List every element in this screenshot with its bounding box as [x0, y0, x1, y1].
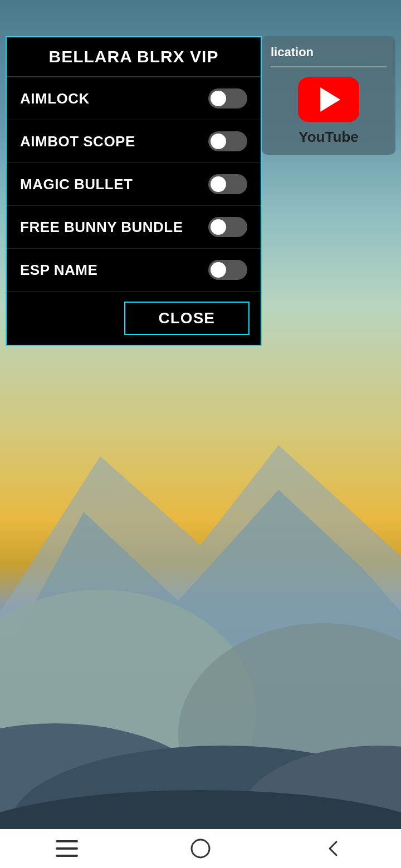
- toggle-row-aimlock: AIMLOCK: [7, 77, 261, 120]
- youtube-logo[interactable]: [298, 77, 359, 122]
- close-row: CLOSE: [7, 292, 261, 345]
- esp-name-label: ESP NAME: [20, 262, 97, 279]
- svg-rect-9: [56, 847, 78, 850]
- svg-rect-10: [56, 855, 78, 857]
- nav-home-button[interactable]: [184, 832, 217, 865]
- mountain-landscape: [0, 389, 401, 835]
- panel-title-text: BELLARA BLRX VIP: [49, 47, 219, 66]
- esp-name-toggle[interactable]: [208, 260, 247, 280]
- youtube-play-icon: [320, 87, 340, 112]
- menu-icon: [56, 840, 78, 857]
- nav-back-button[interactable]: [317, 832, 351, 865]
- youtube-label: YouTube: [299, 129, 358, 146]
- free-bunny-bundle-toggle[interactable]: [208, 217, 247, 237]
- toggle-row-esp-name: ESP NAME: [7, 249, 261, 292]
- aimbot-scope-toggle[interactable]: [208, 131, 247, 151]
- magic-bullet-toggle[interactable]: [208, 174, 247, 194]
- youtube-logo-container: YouTube: [271, 77, 387, 146]
- back-icon: [324, 839, 344, 859]
- toggle-row-free-bunny-bundle: FREE BUNNY BUNDLE: [7, 206, 261, 249]
- svg-rect-8: [56, 840, 78, 842]
- home-icon: [190, 839, 211, 859]
- svg-rect-11: [192, 840, 209, 857]
- aimbot-scope-label: AIMBOT SCOPE: [20, 133, 135, 150]
- magic-bullet-label: MAGIC BULLET: [20, 176, 133, 193]
- youtube-divider: [271, 66, 387, 67]
- youtube-widget: lication YouTube: [262, 36, 395, 155]
- navigation-bar: [0, 829, 401, 868]
- free-bunny-bundle-label: FREE BUNNY BUNDLE: [20, 219, 183, 236]
- toggle-row-magic-bullet: MAGIC BULLET: [7, 163, 261, 206]
- close-button[interactable]: CLOSE: [124, 302, 250, 335]
- youtube-app-title-partial: lication: [271, 45, 387, 60]
- aimlock-toggle[interactable]: [208, 88, 247, 108]
- toggle-row-aimbot-scope: AIMBOT SCOPE: [7, 120, 261, 163]
- cheat-panel: BELLARA BLRX VIP AIMLOCK AIMBOT SCOPE MA…: [6, 36, 262, 346]
- nav-menu-button[interactable]: [50, 832, 84, 865]
- aimlock-label: AIMLOCK: [20, 90, 90, 107]
- panel-title-row: BELLARA BLRX VIP: [7, 37, 261, 77]
